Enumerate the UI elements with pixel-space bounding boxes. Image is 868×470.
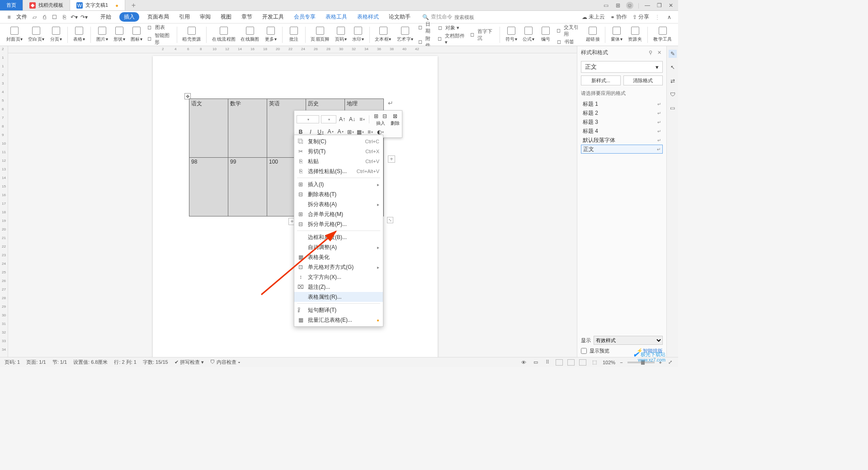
ribbon-button[interactable]: 在线流程图 — [210, 24, 237, 45]
print-icon[interactable]: ⎙ — [41, 14, 48, 21]
table-cell[interactable]: 99 — [228, 158, 267, 216]
settings-tool-icon[interactable]: ⇄ — [669, 77, 677, 85]
ribbon-button[interactable]: 图标▾ — [129, 24, 144, 45]
current-style-dropdown[interactable]: 正文▾ — [581, 61, 663, 73]
select-tool-icon[interactable]: ↖ — [669, 63, 677, 71]
context-menu-item[interactable]: ▦表格美化 — [294, 252, 383, 262]
search-template-input[interactable] — [454, 14, 495, 20]
table-cell[interactable]: 98 — [189, 158, 228, 216]
ribbon-tab[interactable]: 页面布局 — [146, 12, 171, 22]
ribbon-button[interactable]: ◻日期 — [417, 21, 434, 34]
panel-close-icon[interactable]: ✕ — [656, 49, 663, 56]
table-cell[interactable]: 语文 — [189, 99, 228, 158]
status-item[interactable]: 字数: 15/15 — [143, 359, 168, 366]
ribbon-button[interactable]: ◻交叉引用 — [555, 24, 582, 38]
status-item[interactable]: 页码: 1 — [5, 359, 20, 366]
style-list-item[interactable]: 标题 4↵ — [581, 127, 663, 136]
ribbon-button[interactable]: 图片▾ — [94, 24, 110, 45]
paste-icon[interactable]: ⎘ — [61, 14, 68, 21]
table-cell[interactable]: 数学 — [228, 99, 267, 158]
page-dots-icon[interactable]: ⠿ — [544, 359, 551, 366]
font-family-dropdown[interactable] — [297, 115, 319, 123]
layout-icon[interactable]: ▭ — [603, 2, 610, 9]
ribbon-button[interactable]: 公式▾ — [521, 24, 536, 45]
tab-new[interactable]: + — [125, 0, 142, 10]
ribbon-tab[interactable]: 插入 — [119, 12, 139, 22]
search-cmd-label[interactable]: 查找命令 — [431, 13, 453, 21]
ribbon-button[interactable]: 更多▾ — [263, 24, 278, 45]
context-menu-item[interactable]: ⊟删除表格(T) — [294, 189, 383, 199]
ribbon-button[interactable]: 封面页▾ — [5, 24, 24, 45]
ribbon-tab[interactable]: 开发工具 — [260, 12, 286, 22]
fullscreen-icon[interactable]: ⤢ — [666, 359, 674, 366]
decrease-font-icon[interactable]: A↓ — [348, 115, 356, 123]
context-menu-item[interactable]: 边框和底纹(B)... — [294, 232, 383, 242]
show-dropdown[interactable]: 有效样式 — [594, 336, 663, 345]
view-web-icon[interactable] — [567, 359, 575, 366]
fit-width-icon[interactable]: ⬚ — [591, 359, 598, 366]
page[interactable]: ✥ ↵ 语文 数学 英语 历史 地理 98 99 100 + — [153, 56, 438, 357]
cloud-status[interactable]: ☁ 未上云 — [582, 13, 605, 21]
font-size-dropdown[interactable] — [321, 115, 336, 123]
add-column-button[interactable]: + — [388, 155, 395, 163]
tab-template[interactable]: ◆ 找稻壳模板 — [23, 0, 70, 10]
status-item[interactable]: 页面: 1/1 — [26, 359, 46, 366]
ribbon-tab[interactable]: 开始 — [99, 12, 113, 22]
context-menu-item[interactable]: ⻊短句翻译(T) — [294, 305, 383, 315]
restore-icon[interactable]: ❐ — [656, 2, 663, 9]
zoom-out-icon[interactable]: − — [620, 360, 623, 365]
styles-tool-icon[interactable]: ✎ — [669, 50, 677, 58]
context-menu-item[interactable]: 拆分表格(A)▸ — [294, 199, 383, 209]
style-list-item[interactable]: 标题 3↵ — [581, 118, 663, 127]
ribbon-button[interactable]: 教学工具 — [651, 24, 674, 45]
status-item[interactable]: 设置值: 6.8厘米 — [73, 359, 108, 366]
ribbon-button[interactable]: 形状▾ — [112, 24, 127, 45]
close-icon[interactable]: ✕ — [667, 2, 675, 9]
style-list-item[interactable]: 标题 2↵ — [581, 108, 663, 118]
style-list-item[interactable]: 正文↵ — [581, 145, 663, 154]
ribbon-button[interactable]: 窗体▾ — [609, 24, 624, 45]
ribbon-button[interactable]: 分页▾ — [48, 24, 64, 45]
ribbon-button[interactable]: ◻文档部件 ▾ — [436, 33, 467, 45]
tab-home[interactable]: 首页 — [0, 0, 23, 10]
ribbon-button[interactable]: 符号▾ — [504, 24, 519, 45]
line-spacing-icon[interactable]: ≡ — [358, 115, 366, 123]
ribbon-button[interactable]: 资源夹 — [627, 24, 644, 45]
ribbon-tab[interactable]: 会员专享 — [292, 12, 317, 22]
context-menu-item[interactable]: 表格属性(R)... — [294, 292, 383, 302]
ribbon-button[interactable]: ◻对象 ▾ — [436, 24, 467, 32]
ribbon-button[interactable]: 文本框▾ — [373, 24, 393, 45]
save-icon[interactable]: ▱ — [31, 14, 38, 21]
ribbon-tab[interactable]: 审阅 — [198, 12, 212, 22]
coop-button[interactable]: ⚭ 协作 — [610, 13, 627, 21]
eye-icon[interactable]: 👁 — [520, 359, 528, 366]
ribbon-button[interactable]: 艺术字▾ — [395, 24, 415, 45]
ribbon-button[interactable]: 水印▾ — [350, 24, 366, 45]
ribbon-button[interactable]: ◻书签 — [555, 38, 582, 46]
style-list-item[interactable]: 默认段落字体↵ — [581, 136, 663, 145]
ribbon-button[interactable]: 批注 — [286, 24, 302, 45]
style-list-item[interactable]: 标题 1↵ — [581, 99, 663, 108]
context-menu-item[interactable]: ⎘选择性粘贴(S)...Ctrl+Alt+V — [294, 166, 383, 176]
ribbon-tab[interactable]: 视图 — [219, 12, 233, 22]
new-style-button[interactable]: 新样式... — [581, 75, 621, 85]
context-menu-item[interactable]: ↕文字方向(X)... — [294, 272, 383, 282]
context-menu-item[interactable]: ⊡单元格对齐方式(G)▸ — [294, 262, 383, 272]
ribbon-button[interactable]: 页码▾ — [333, 24, 349, 45]
ribbon-button[interactable]: 表格▾ — [71, 24, 87, 45]
search-cmd-icon[interactable]: 🔍 — [422, 14, 429, 20]
clear-format-button[interactable]: 清除格式 — [623, 75, 663, 85]
ribbon-button[interactable]: ◻智能图形 — [146, 32, 173, 46]
user-avatar-icon[interactable]: ☺ — [626, 2, 633, 9]
context-menu-item[interactable]: ⿻复制(C)Ctrl+C — [294, 136, 383, 146]
ribbon-button[interactable]: 超链接 — [584, 24, 602, 45]
print-preview-icon[interactable]: ☐ — [51, 14, 58, 21]
book-tool-icon[interactable]: ▭ — [669, 104, 677, 112]
share-button[interactable]: ⇪ 分享 — [632, 13, 649, 21]
collapse-ribbon-icon[interactable]: ∧ — [665, 14, 673, 21]
view-outline-icon[interactable] — [579, 359, 586, 366]
undo-icon[interactable]: ↶▾ — [71, 14, 78, 21]
ribbon-tab[interactable]: 表格工具 — [324, 12, 349, 22]
panel-pin-icon[interactable]: ⚲ — [647, 49, 654, 56]
context-menu-item[interactable]: ⊞插入(I)▸ — [294, 179, 383, 189]
